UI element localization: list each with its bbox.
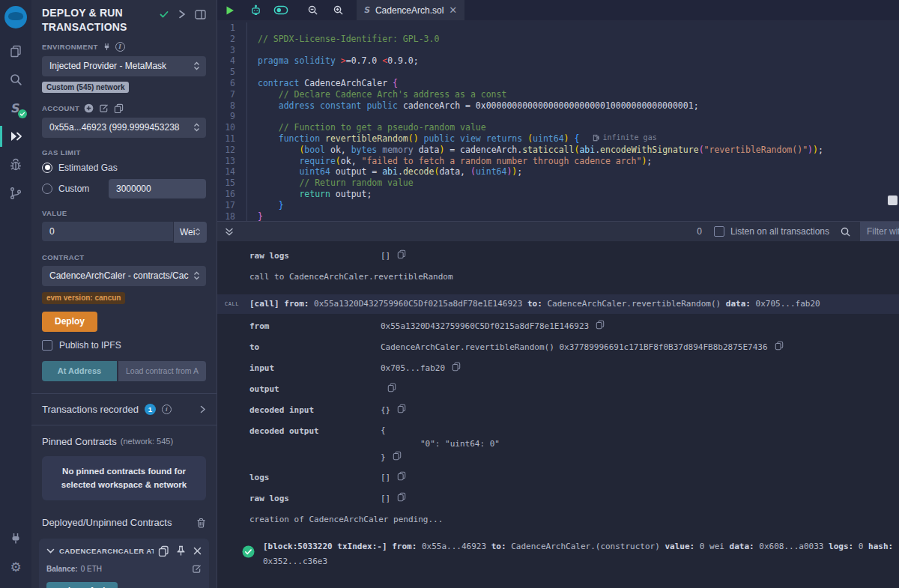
deploy-run-panel: DEPLOY & RUN TRANSACTIONS ENVIRONMENT In… xyxy=(31,0,217,588)
code-line: 3 xyxy=(217,45,899,56)
log-label: to xyxy=(249,340,381,355)
zoom-in-icon[interactable] xyxy=(325,0,351,20)
pin-contract-icon[interactable] xyxy=(176,545,186,557)
log-label: raw logs xyxy=(249,491,381,506)
code-text: contract CadenceArchCaler { xyxy=(258,78,398,89)
stepper-icon xyxy=(193,61,200,70)
copy-icon[interactable] xyxy=(397,249,406,264)
success-check-icon xyxy=(242,545,255,563)
editor-scrollbar-thumb[interactable] xyxy=(888,196,898,205)
line-number: 6 xyxy=(217,78,247,89)
tx-block-row[interactable]: [block:5033220 txIndex:-] from: 0x55a...… xyxy=(242,539,899,569)
solidity-compiler-icon[interactable]: S xyxy=(0,94,31,121)
log-label: logs xyxy=(249,470,381,485)
clear-deployed-icon[interactable] xyxy=(196,518,206,528)
copilot-toggle-icon[interactable] xyxy=(268,0,294,20)
terminal-filter-input[interactable] xyxy=(860,222,899,242)
deploy-button[interactable]: Deploy xyxy=(42,312,97,332)
network-badge: Custom (545) network xyxy=(42,82,129,93)
line-number: 8 xyxy=(217,100,247,112)
remove-contract-icon[interactable] xyxy=(193,547,202,555)
main-area: S CadenceArch.sol ✕ 12// SPDX-License-Id… xyxy=(217,0,899,588)
terminal-kv-row: toCadenceArchCaler.revertibleRandom() 0x… xyxy=(249,340,899,355)
pin-panel-icon[interactable] xyxy=(195,10,206,19)
line-number: 13 xyxy=(217,156,247,167)
account-select[interactable]: 0x55a...46923 (999.9999453238 xyxy=(42,118,206,138)
code-line: 6contract CadenceArchCaler { xyxy=(217,78,899,89)
log-value-line: } xyxy=(381,451,500,464)
git-icon[interactable] xyxy=(0,180,31,207)
custom-gas-radio[interactable] xyxy=(42,184,52,194)
terminal-kv-row: output xyxy=(249,382,899,397)
run-compile-icon[interactable] xyxy=(217,0,243,20)
cadencearch-function-button[interactable]: cadenceArch xyxy=(46,582,118,588)
code-text: // Return random value xyxy=(258,178,414,189)
code-line: 12 (bool ok, bytes memory data) = cadenc… xyxy=(217,145,899,156)
zoom-out-icon[interactable] xyxy=(300,0,325,20)
deploy-run-icon[interactable] xyxy=(0,123,31,150)
search-icon[interactable] xyxy=(0,66,31,93)
log-text: call to CadenceArchCaler.revertibleRando… xyxy=(249,270,899,285)
settings-icon[interactable]: ⚙ xyxy=(0,554,31,581)
debugger-icon[interactable] xyxy=(0,151,31,178)
estimated-gas-radio[interactable] xyxy=(42,163,52,173)
contract-select[interactable]: CadenceArchCaler - contracts/Cac xyxy=(42,266,206,286)
remix-app: S ⚙ DEPLOY & RUN TRANSACTIONS xyxy=(0,0,899,588)
value-unit-select[interactable]: Wei xyxy=(174,222,207,243)
run-script-icon[interactable] xyxy=(178,10,186,19)
copy-icon[interactable] xyxy=(452,361,461,376)
custom-gas-label: Custom xyxy=(58,184,89,194)
terminal-header: 0 Listen on all transactions xyxy=(217,221,899,241)
code-text: require(ok, "failed to fetch a random nu… xyxy=(258,156,652,167)
code-line: 1 xyxy=(217,22,899,34)
custom-gas-input[interactable] xyxy=(109,179,206,198)
environment-info-icon[interactable] xyxy=(115,42,125,52)
value-input[interactable] xyxy=(42,222,173,241)
copy-icon[interactable] xyxy=(397,491,406,506)
log-value: [] xyxy=(381,473,406,482)
publish-ipfs-label: Publish to IPFS xyxy=(59,340,121,351)
copy-account-icon[interactable] xyxy=(114,103,124,113)
call-log-row[interactable]: call[call] from: 0x55a1320D432759960C5Df… xyxy=(217,294,899,314)
at-address-input[interactable] xyxy=(118,361,206,381)
copy-icon[interactable] xyxy=(387,382,396,397)
transactions-expand-icon[interactable] xyxy=(200,405,206,413)
log-value: [] xyxy=(381,251,406,261)
copy-address-icon[interactable] xyxy=(158,545,169,557)
transactions-info-icon[interactable] xyxy=(162,404,172,414)
copy-icon[interactable] xyxy=(775,340,784,355)
copy-icon[interactable] xyxy=(393,451,402,464)
copy-icon[interactable] xyxy=(596,319,605,334)
code-text: return output; xyxy=(258,189,372,200)
value-label: VALUE xyxy=(42,209,67,217)
environment-select[interactable]: Injected Provider - MetaMask xyxy=(42,56,206,76)
pinned-contracts-title: Pinned Contracts xyxy=(42,436,117,447)
chevron-down-icon[interactable] xyxy=(46,548,55,554)
sign-message-icon[interactable] xyxy=(99,103,109,113)
add-account-icon[interactable] xyxy=(84,103,94,113)
plug-icon[interactable] xyxy=(103,43,111,51)
listen-all-checkbox[interactable] xyxy=(714,226,724,237)
solidity-file-icon: S xyxy=(363,5,371,15)
evm-version-badge: evm version: cancun xyxy=(42,292,125,304)
terminal[interactable]: raw logs[]call to CadenceArchCaler.rever… xyxy=(217,241,899,588)
terminal-kv-row: decoded output{ "0": "uint64: 0"} xyxy=(249,424,899,464)
remixai-robot-icon[interactable] xyxy=(243,0,268,20)
close-tab-icon[interactable]: ✕ xyxy=(449,5,457,15)
contract-label: CONTRACT xyxy=(42,253,85,261)
collapse-terminal-icon[interactable] xyxy=(225,227,234,237)
code-editor[interactable]: 12// SPDX-License-Identifier: GPL-3.034p… xyxy=(217,20,899,221)
line-number: 15 xyxy=(217,178,247,189)
copy-icon[interactable] xyxy=(397,470,406,485)
plugin-manager-icon[interactable] xyxy=(0,525,31,552)
stepper-icon xyxy=(195,228,201,236)
copy-icon[interactable] xyxy=(397,403,406,418)
remix-logo[interactable] xyxy=(4,6,27,28)
edit-balance-icon[interactable] xyxy=(192,564,202,574)
tab-cadencearch[interactable]: S CadenceArch.sol ✕ xyxy=(357,0,464,20)
deployed-contract-title[interactable]: CADENCEARCHCALER AT 0X xyxy=(59,547,154,555)
terminal-kv-row: decoded input{} xyxy=(249,403,899,418)
file-explorer-icon[interactable] xyxy=(0,37,31,64)
at-address-button[interactable]: At Address xyxy=(42,361,117,381)
publish-ipfs-checkbox[interactable] xyxy=(42,340,52,351)
